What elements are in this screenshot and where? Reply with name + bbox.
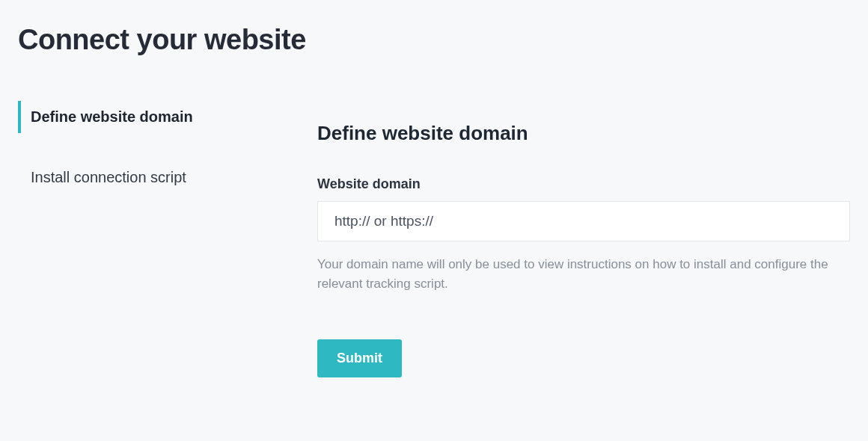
main-panel: Define website domain Website domain You…	[317, 101, 850, 377]
sidebar-item-label: Install connection script	[31, 169, 186, 186]
content-container: Define website domain Install connection…	[0, 56, 868, 377]
domain-input[interactable]	[317, 201, 850, 241]
sidebar-item-label: Define website domain	[31, 108, 193, 126]
sidebar-item-define-domain[interactable]: Define website domain	[18, 101, 295, 133]
domain-field-label: Website domain	[317, 176, 850, 192]
sidebar-item-install-script[interactable]: Install connection script	[18, 161, 295, 194]
page-title: Connect your website	[0, 0, 868, 56]
submit-button[interactable]: Submit	[317, 339, 402, 377]
section-heading: Define website domain	[317, 122, 850, 145]
step-sidebar: Define website domain Install connection…	[18, 101, 295, 377]
domain-helper-text: Your domain name will only be used to vi…	[317, 255, 841, 294]
